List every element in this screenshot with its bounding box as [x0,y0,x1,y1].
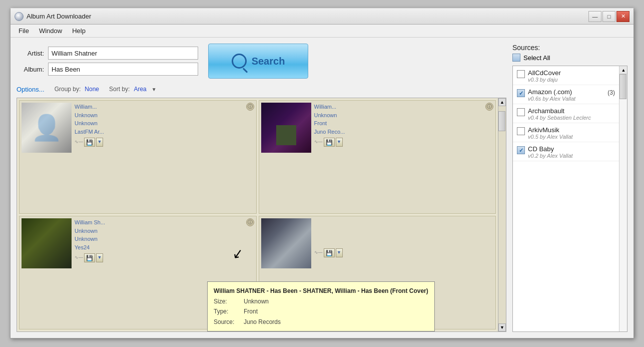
tooltip-title: William SHATNER - Has Been - SHATNER, Wi… [214,286,428,296]
source-info-cdbaby: CD Baby v0.2 by Alex Vallat [528,145,623,159]
source-version-archambault: v0.4 by Sebastien Leclerc [528,115,623,121]
group-by-label: Group by: [55,86,81,93]
right-panel: Sources: Select All AllCdCover v0.3 by d… [512,44,627,332]
source-version-amazon: v0.6s by Alex Vallat [528,96,623,102]
select-all-label[interactable]: Select All [523,54,550,62]
group-by-value[interactable]: None [85,86,99,93]
result-info-3: William Sh... Unknown Unknown Yes24 ∿— 💾… [75,218,254,262]
result-artist-1: William... [75,103,254,111]
source-checkbox-amazon[interactable] [517,89,525,97]
waveform-1: ∿— [75,139,83,146]
source-checkbox-archambault[interactable] [517,108,525,116]
scrollbar-up-btn[interactable]: ▲ [498,98,506,106]
dropdown-btn-2[interactable]: ▼ [336,138,343,147]
menu-window[interactable]: Window [34,26,67,36]
form-search-row: Artist: Album: Search [17,44,506,79]
album-input[interactable] [48,63,198,76]
close-button[interactable]: ✕ [616,11,629,22]
result-thumb-3 [22,218,72,268]
result-artist-2: William... [314,103,494,111]
artist-row: Artist: [17,47,198,60]
source-version-allcdcover: v0.3 by daju [528,77,623,83]
download-btn-4[interactable]: 💾 [324,248,335,257]
sources-scrollbar: ▲ [619,66,627,331]
options-link[interactable]: Options... [17,86,45,93]
sources-scrollbar-up[interactable]: ▲ [619,66,627,74]
tooltip: William SHATNER - Has Been - SHATNER, Wi… [207,281,435,331]
result-line2-1: Unknown [75,111,254,120]
result-line3-2: Front [314,119,494,128]
tooltip-source-row: Source: Juno Records [214,317,428,327]
tooltip-type-value: Front [244,306,428,316]
select-all-checkbox[interactable] [512,54,520,62]
waveform-2: ∿— [314,139,323,146]
options-toolbar-row: Options... Group by: None Sort by: Area … [17,85,506,94]
sort-by-value[interactable]: Area [134,86,146,93]
source-checkbox-arkivmusik[interactable] [517,127,525,135]
scrollbar-thumb[interactable] [498,111,505,131]
form-fields: Artist: Album: [17,47,198,76]
sources-scrollbar-thumb[interactable] [619,74,626,99]
result-line2-2: Unknown [314,111,494,120]
source-item-cdbaby: CD Baby v0.2 by Alex Vallat ··· [513,142,627,161]
result-item-2[interactable]: William... Unknown Front Juno Reco... ∿—… [259,100,496,214]
result-item-1[interactable]: 👤 William... Unknown Unknown LastFM Ar..… [19,100,257,214]
artist-input[interactable] [48,47,198,60]
source-item-allcdcover: AllCdCover v0.3 by daju ··· [513,66,627,85]
main-window: Album Art Downloader — □ ✕ File Window H… [10,8,634,338]
source-name-archambault: Archambault [528,107,623,115]
artist-label: Artist: [17,50,44,57]
tooltip-size-row: Size: Unknown [214,296,428,306]
toolbar-row: Group by: None Sort by: Area ▼ [55,85,157,94]
source-version-cdbaby: v0.2 by Alex Vallat [528,153,623,159]
search-button[interactable]: Search [208,44,308,79]
scrollbar-track [498,106,506,323]
result-artist-3: William Sh... [75,218,254,227]
result-line2-3: Unknown [75,227,254,235]
info-btn-3[interactable]: ⓘ [246,218,254,226]
source-item-archambault: Archambault v0.4 by Sebastien Leclerc ··… [513,104,627,123]
download-btn-3[interactable]: 💾 [84,253,95,262]
result-thumb-4 [261,218,311,268]
menubar: File Window Help [11,25,633,38]
info-btn-2[interactable]: ⓘ [485,103,493,111]
result-line4-2: Juno Reco... [314,128,494,136]
dropdown-btn-4[interactable]: ▼ [336,248,343,257]
result-line4-1: LastFM Ar... [75,128,254,136]
source-item-arkivmusik: ArkivMusik v0.5 by Alex Vallat ··· [513,123,627,142]
source-item-amazon: Amazon (.com) v0.6s by Alex Vallat (3) ·… [513,85,627,104]
tooltip-type-label: Type: [214,306,244,316]
source-checkbox-cdbaby[interactable] [517,146,525,154]
download-btn-1[interactable]: 💾 [84,138,95,147]
menu-file[interactable]: File [14,26,34,36]
result-info-1: William... Unknown Unknown LastFM Ar... … [75,103,254,147]
minimize-button[interactable]: — [588,11,601,22]
tooltip-size-label: Size: [214,296,244,306]
result-actions-1: ∿— 💾 ▼ [75,138,254,147]
source-checkbox-allcdcover[interactable] [517,70,525,78]
results-scrollbar: ▲ ▼ [498,98,506,331]
album-row: Album: [17,63,198,76]
source-info-archambault: Archambault v0.4 by Sebastien Leclerc [528,107,623,121]
menu-help[interactable]: Help [67,26,91,36]
search-icon [232,54,247,69]
window-controls: — □ ✕ [588,11,629,22]
result-thumb-1: 👤 [22,103,72,153]
window-title: Album Art Downloader [27,13,588,20]
main-content: Artist: Album: Search Options... [11,38,633,338]
scrollbar-down-btn[interactable]: ▼ [498,323,506,331]
app-icon [15,12,24,21]
album-label: Album: [17,66,44,73]
dropdown-btn-3[interactable]: ▼ [96,253,103,262]
left-panel: Artist: Album: Search Options... [17,44,506,332]
sort-dropdown-icon[interactable]: ▼ [152,87,157,92]
result-actions-4: ∿— 💾 ▼ [314,248,494,257]
waveform-4: ∿— [314,249,323,256]
sort-by-label: Sort by: [109,86,130,93]
dropdown-btn-1[interactable]: ▼ [96,138,103,147]
maximize-button[interactable]: □ [602,11,615,22]
download-btn-2[interactable]: 💾 [324,138,335,147]
info-btn-1[interactable]: ⓘ [246,103,254,111]
results-area: 👤 William... Unknown Unknown LastFM Ar..… [17,98,506,332]
result-info-4: ∿— 💾 ▼ [314,218,494,257]
